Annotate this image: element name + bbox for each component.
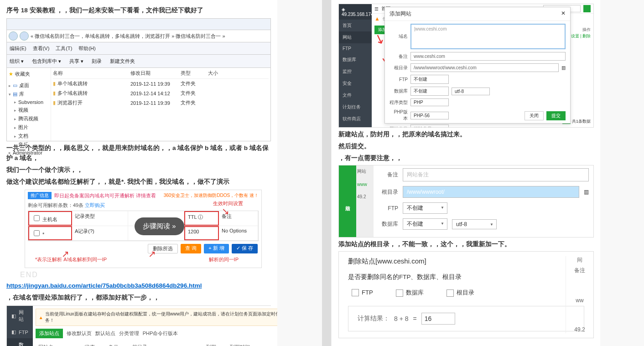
quota: 剩余可用解析条数：49条 — [28, 202, 83, 208]
save-btn: ✓ 保 存 — [232, 244, 258, 253]
remark-input[interactable]: 网站备注 — [403, 168, 589, 181]
file-row: ▮单个域名跳转2019-12-11 19:39文件夹 — [53, 79, 269, 88]
menu-edit: 编辑(E) — [10, 45, 26, 52]
val-remark: No Options — [219, 226, 258, 240]
search-btn-icon — [583, 5, 591, 12]
submit-button: 提交 — [546, 111, 566, 120]
enc-select[interactable]: utf-8 — [452, 219, 497, 229]
bt-add-site-screenshot: ◈ 49.235.168.174 首页 网站 FTP 数据库 监控 安全 文件 … — [338, 4, 594, 128]
side-doc: 文档 — [18, 133, 28, 139]
ftp-select[interactable]: 不创建 — [403, 202, 447, 214]
side-set: 面板设置 — [339, 125, 372, 128]
label-php: PHP版本 — [390, 109, 408, 122]
checkbox-icon[interactable] — [352, 289, 359, 296]
para: 做这个建议把域名都给泛解析了，，就是*. 我找个图，我没域名，，做不了演示 — [6, 177, 271, 187]
db-select: 不创建 — [410, 87, 449, 96]
tutorial-link[interactable]: https://jingyan.baidu.com/article/75ab0b… — [6, 282, 202, 289]
folder-icon[interactable]: ▥ — [584, 189, 589, 195]
label-root: 根目录 — [390, 65, 408, 71]
explorer-toolbar: 组织 ▾ 包含到库中 ▾ 共享 ▾ 刻录 新建文件夹 — [7, 55, 270, 68]
delete-title: 删除站点[www.ceshi.com] — [339, 252, 593, 271]
side-mon: 监控 — [339, 66, 372, 77]
arrow-icon: ↘ — [222, 206, 229, 217]
warning-bar: ▲当前使用Linux面板在建站存时会自动创建权限配置，统一使用www用户，建站成… — [36, 309, 277, 326]
star-icon: ★ — [9, 71, 13, 77]
col-host: 主机名 — [42, 217, 57, 222]
close-button: 关闭 — [525, 111, 544, 120]
checkbox-icon[interactable] — [447, 289, 454, 297]
menu-view: 查看(V) — [33, 45, 50, 52]
checkbox-icon[interactable] — [396, 289, 403, 297]
red-note2: 解析的同一IP — [206, 255, 239, 264]
tool-burn: 刻录 — [92, 58, 102, 65]
domain-textarea: |www.ceshi.com — [410, 24, 566, 49]
col-ttl: TTL ⓘ — [184, 211, 219, 226]
side-cron: 计划任务 — [339, 101, 372, 113]
page-total: 共1条数据 — [572, 119, 591, 124]
label-db: 数据库 — [378, 220, 398, 228]
root-input: /www/wwwroot/www.ceshi.com — [410, 63, 559, 72]
add-site-btn: 添加站点 — [36, 329, 63, 338]
para: 我们一个一个做个演示，， — [6, 165, 271, 175]
bt-sidebar: ◧网站 ◧FTP ◧数据库 ◧监控 ◧安全 ◧文件 — [7, 306, 33, 346]
promo-right: 360安全卫士，加速防御防DDOS，个数有 速！ — [164, 192, 259, 199]
nav-fwd-icon — [20, 31, 29, 41]
side-desktop: 桌面 — [19, 82, 29, 89]
label-domain: 域名 — [390, 33, 408, 40]
add-site-tab: 加站点 — [339, 165, 356, 237]
add-site-dialog: 添加网站✕ 域名|www.ceshi.com 备注www.ceshi.com 根… — [384, 7, 571, 124]
para: ，在域名管理处添加就行了，，都添加好就下一步，， — [6, 293, 271, 303]
folder-icon: ▮ — [53, 81, 56, 87]
label-ftp: FTP — [390, 77, 408, 82]
menu-tools: 工具(T) — [56, 45, 72, 52]
side-video: 视频 — [18, 107, 28, 114]
para: 添加站点的根目录，，不能一致，，这个，，我重新加一下。 — [338, 239, 594, 249]
tool-new: 新建文件夹 — [110, 58, 135, 65]
warning-icon: ▲ — [374, 15, 380, 22]
folder-icon: ▮ — [53, 100, 56, 106]
opt-ftp[interactable]: FTP — [352, 289, 373, 297]
calc-input[interactable] — [421, 313, 455, 325]
buy-link: 立即购买 — [85, 202, 105, 208]
root-input[interactable]: /www/wwwroot/ — [403, 186, 579, 198]
remark-input: www.ceshi.com — [410, 52, 566, 61]
tool-lib: 包含到库中 ▾ — [32, 58, 61, 65]
step-bubble: 步骤阅读 » — [135, 217, 184, 235]
para: ，有一点需要注意，， — [338, 153, 594, 163]
file-row: ▮多个域名跳转2019-12-14 14:12文件夹 — [53, 88, 269, 98]
checkbox — [34, 230, 40, 236]
side-lib: 库 — [19, 91, 24, 98]
label-type: 程序类型 — [390, 99, 408, 106]
val-type: A记录(?) — [72, 226, 128, 240]
side-db: ◧数据库 — [7, 338, 33, 346]
tbar-item: PHP命令行版本 — [143, 330, 178, 337]
opt-db[interactable]: 数据库 — [396, 289, 424, 297]
side-ftp: ◧FTP — [7, 326, 33, 338]
end-marker: END — [20, 271, 271, 279]
tbar-item: 修改默认页 — [67, 330, 92, 337]
windows-explorer-screenshot: « 微信域名防封三合一，单域名跳转，多域名跳转，浏览器打开 » 微信域名防封三合… — [6, 18, 271, 141]
red-note1: *表示泛解析 A域名解析到同一IP — [32, 255, 107, 264]
enc-select: utf-8 — [452, 88, 490, 95]
label-root: 根目录 — [378, 188, 398, 196]
side-home: 首页 — [339, 20, 372, 31]
captcha-calc: 计算结果： 8 + 8 = — [348, 306, 584, 331]
tool-share: 共享 ▾ — [69, 58, 83, 65]
db-select[interactable]: 不创建 — [403, 218, 447, 230]
explorer-sidebar: ★收藏夹 ▸▭桌面 ▾▤库 ▸Subversion ▸视频 ▸腾讯视频 ▸图片 … — [7, 68, 51, 141]
tbar-item: 默认站点 — [95, 330, 115, 337]
val-host: * — [42, 232, 44, 237]
folder-icon: ▥ — [561, 65, 566, 70]
opt-root[interactable]: 根目录 — [447, 289, 474, 297]
label-ftp: FTP — [378, 205, 398, 212]
para: 新建站点，防封用，，把原来的域名搞过来。 — [338, 129, 594, 139]
tool-org: 组织 ▾ — [10, 58, 24, 65]
side-img: 图片 — [18, 124, 28, 131]
side-ftp: FTP — [339, 43, 372, 54]
type-select: PHP — [410, 98, 449, 106]
folder-icon: ▮ — [53, 90, 56, 96]
tbar-item: 分类管理 — [119, 330, 139, 337]
side-file: 文件 — [339, 89, 372, 101]
warning-icon: ▲ — [39, 315, 43, 320]
promo-note: 即日起免备案国内域名均可开通解析 详情查看 — [54, 192, 161, 199]
